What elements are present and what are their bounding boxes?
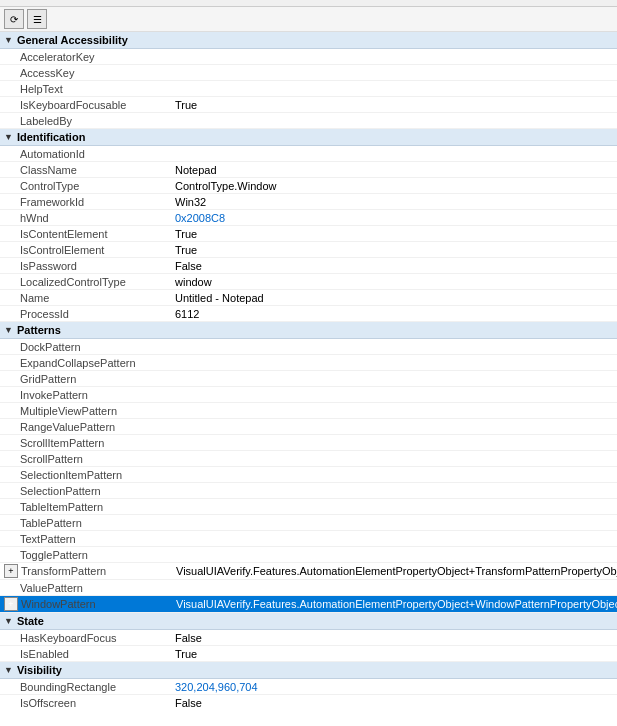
prop-name: hWnd (20, 212, 175, 224)
prop-name: TableItemPattern (20, 501, 175, 513)
property-row[interactable]: IsPasswordFalse (0, 258, 617, 274)
property-row[interactable]: TableItemPattern (0, 499, 617, 515)
property-row[interactable]: ValuePattern (0, 580, 617, 596)
property-row[interactable]: SelectionItemPattern (0, 467, 617, 483)
view-button[interactable]: ☰ (27, 9, 47, 29)
prop-value: 6112 (175, 308, 613, 320)
prop-value: ControlType.Window (175, 180, 613, 192)
property-row[interactable]: InvokePattern (0, 387, 617, 403)
prop-name: SelectionPattern (20, 485, 175, 497)
property-row[interactable]: IsEnabledTrue (0, 646, 617, 662)
property-row[interactable]: HelpText (0, 81, 617, 97)
property-row[interactable]: GridPattern (0, 371, 617, 387)
property-row[interactable]: LocalizedControlTypewindow (0, 274, 617, 290)
section-label-patterns: Patterns (17, 324, 61, 336)
prop-name: ScrollPattern (20, 453, 175, 465)
property-row[interactable]: +WindowPatternVisualUIAVerify.Features.A… (0, 596, 617, 613)
prop-value: True (175, 648, 613, 660)
toolbar: ⟳ ☰ (0, 7, 617, 32)
prop-name: RangeValuePattern (20, 421, 175, 433)
property-row[interactable]: LabeledBy (0, 113, 617, 129)
section-label-general-accessibility: General Accessibility (17, 34, 128, 46)
property-row[interactable]: IsOffscreenFalse (0, 695, 617, 708)
prop-value: False (175, 632, 613, 644)
property-row[interactable]: RangeValuePattern (0, 419, 617, 435)
prop-name: HelpText (20, 83, 175, 95)
property-row[interactable]: AutomationId (0, 146, 617, 162)
prop-name: ValuePattern (20, 582, 175, 594)
property-row[interactable]: TogglePattern (0, 547, 617, 563)
prop-value: True (175, 244, 613, 256)
property-row[interactable]: ScrollPattern (0, 451, 617, 467)
expand-icon[interactable]: + (4, 597, 18, 611)
property-row[interactable]: IsKeyboardFocusableTrue (0, 97, 617, 113)
prop-name: ClassName (20, 164, 175, 176)
prop-value: VisualUIAVerify.Features.AutomationEleme… (176, 565, 617, 577)
section-toggle-visibility[interactable]: ▼ (4, 665, 13, 675)
section-toggle-state[interactable]: ▼ (4, 616, 13, 626)
prop-name: IsOffscreen (20, 697, 175, 709)
section-toggle-general-accessibility[interactable]: ▼ (4, 35, 13, 45)
prop-value: False (175, 260, 613, 272)
property-row[interactable]: TextPattern (0, 531, 617, 547)
prop-name: InvokePattern (20, 389, 175, 401)
section-header-identification[interactable]: ▼Identification (0, 129, 617, 146)
property-row[interactable]: ProcessId6112 (0, 306, 617, 322)
properties-container: ▼General AccessibilityAcceleratorKeyAcce… (0, 32, 617, 708)
property-row[interactable]: ClassNameNotepad (0, 162, 617, 178)
property-row[interactable]: +TransformPatternVisualUIAVerify.Feature… (0, 563, 617, 580)
property-row[interactable]: HasKeyboardFocusFalse (0, 630, 617, 646)
property-row[interactable]: BoundingRectangle320,204,960,704 (0, 679, 617, 695)
expand-icon[interactable]: + (4, 564, 18, 578)
prop-value: VisualUIAVerify.Features.AutomationEleme… (176, 598, 617, 610)
section-header-state[interactable]: ▼State (0, 613, 617, 630)
property-row[interactable]: SelectionPattern (0, 483, 617, 499)
prop-name: LocalizedControlType (20, 276, 175, 288)
prop-value: Notepad (175, 164, 613, 176)
prop-name: WindowPattern (21, 598, 176, 610)
section-header-visibility[interactable]: ▼Visibility (0, 662, 617, 679)
prop-value: Win32 (175, 196, 613, 208)
prop-name: MultipleViewPattern (20, 405, 175, 417)
section-header-patterns[interactable]: ▼Patterns (0, 322, 617, 339)
prop-name: TogglePattern (20, 549, 175, 561)
prop-name: IsControlElement (20, 244, 175, 256)
property-row[interactable]: ScrollItemPattern (0, 435, 617, 451)
property-row[interactable]: FrameworkIdWin32 (0, 194, 617, 210)
prop-value: 320,204,960,704 (175, 681, 613, 693)
property-row[interactable]: AcceleratorKey (0, 49, 617, 65)
prop-name: TransformPattern (21, 565, 176, 577)
prop-name: ScrollItemPattern (20, 437, 175, 449)
prop-name: DockPattern (20, 341, 175, 353)
prop-name: ControlType (20, 180, 175, 192)
property-row[interactable]: AccessKey (0, 65, 617, 81)
section-label-state: State (17, 615, 44, 627)
section-toggle-patterns[interactable]: ▼ (4, 325, 13, 335)
prop-name: HasKeyboardFocus (20, 632, 175, 644)
property-row[interactable]: hWnd0x2008C8 (0, 210, 617, 226)
prop-name: SelectionItemPattern (20, 469, 175, 481)
prop-value: window (175, 276, 613, 288)
property-row[interactable]: MultipleViewPattern (0, 403, 617, 419)
section-toggle-identification[interactable]: ▼ (4, 132, 13, 142)
property-row[interactable]: IsContentElementTrue (0, 226, 617, 242)
prop-name: BoundingRectangle (20, 681, 175, 693)
prop-name: AutomationId (20, 148, 175, 160)
property-row[interactable]: ExpandCollapsePattern (0, 355, 617, 371)
prop-value: False (175, 697, 613, 709)
prop-name: IsContentElement (20, 228, 175, 240)
section-label-identification: Identification (17, 131, 85, 143)
prop-name: LabeledBy (20, 115, 175, 127)
section-header-general-accessibility[interactable]: ▼General Accessibility (0, 32, 617, 49)
refresh-button[interactable]: ⟳ (4, 9, 24, 29)
prop-value: Untitled - Notepad (175, 292, 613, 304)
property-row[interactable]: DockPattern (0, 339, 617, 355)
property-row[interactable]: TablePattern (0, 515, 617, 531)
prop-name: ProcessId (20, 308, 175, 320)
property-row[interactable]: NameUntitled - Notepad (0, 290, 617, 306)
prop-name: TextPattern (20, 533, 175, 545)
property-row[interactable]: IsControlElementTrue (0, 242, 617, 258)
section-label-visibility: Visibility (17, 664, 62, 676)
property-row[interactable]: ControlTypeControlType.Window (0, 178, 617, 194)
prop-name: GridPattern (20, 373, 175, 385)
